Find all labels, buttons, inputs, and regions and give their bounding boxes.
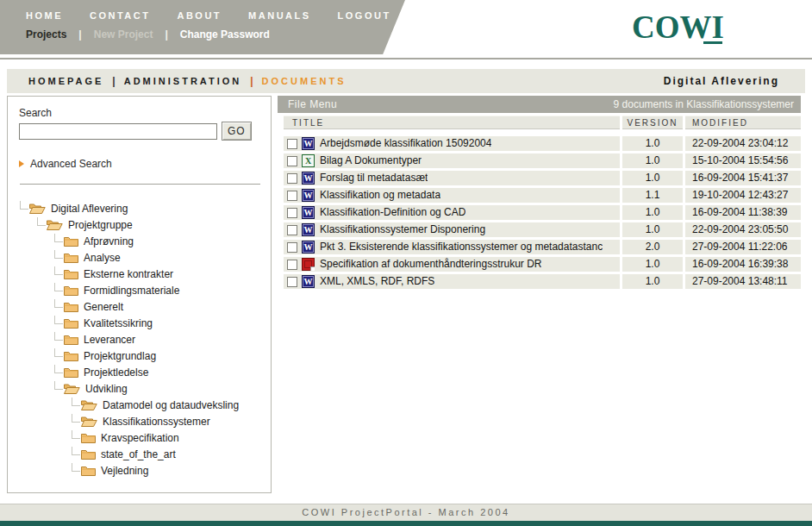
doc-title-link[interactable]: Klassifikation-Definition og CAD — [320, 205, 465, 220]
folder-closed-icon — [80, 432, 96, 443]
doc-checkbox[interactable] — [287, 260, 297, 270]
tree-item[interactable]: Digital Aflevering — [19, 200, 271, 216]
doc-modified: 19-10-2004 12:43:27 — [685, 188, 801, 203]
tree-connector — [72, 430, 80, 439]
table-row: WPkt 3. Eksisterende klassifikationssyst… — [284, 240, 805, 254]
tree-item[interactable]: Udvikling — [19, 380, 271, 397]
table-row: WKlassifikation-Definition og CAD1.016-0… — [284, 205, 805, 220]
tree-item[interactable]: Vejledning — [19, 462, 271, 479]
doc-checkbox[interactable] — [287, 173, 297, 184]
primary-nav-link-contact[interactable]: CONTACT — [90, 10, 150, 21]
doc-title-link[interactable]: Klassifikation og metadata — [320, 188, 440, 203]
folder-open-icon — [28, 203, 46, 214]
tree-item[interactable]: Projektgruppe — [19, 216, 271, 233]
table-row: Specifikation af dokumenthåndteringsstru… — [284, 257, 805, 272]
doc-title-link[interactable]: Specifikation af dokumenthåndteringsstru… — [320, 257, 541, 272]
folder-open-icon — [80, 416, 97, 427]
word-doc-icon: W — [302, 206, 315, 219]
folder-closed-icon — [80, 448, 96, 460]
project-nav-link-change-password[interactable]: Change Password — [180, 28, 270, 41]
file-menu-button[interactable]: File Menu — [288, 98, 337, 110]
nav-separator: | — [112, 75, 115, 87]
footer-stripe — [0, 521, 812, 526]
doc-checkbox[interactable] — [287, 242, 297, 253]
tree-item-label: Kvalitetssikring — [84, 317, 153, 329]
doc-title-cell: WArbejdsmøde klassifikation 15092004 — [284, 136, 620, 151]
tree-item[interactable]: Formidlingsmateriale — [19, 282, 271, 298]
page: HOMECONTACTABOUTMANUALSLOGOUT Projects|N… — [0, 0, 812, 526]
tree-item[interactable]: Kravspecifikation — [19, 429, 271, 446]
doc-checkbox[interactable] — [287, 225, 297, 235]
doc-checkbox[interactable] — [287, 191, 297, 201]
document-count-status: 9 documents in Klassifikationssystemer — [614, 98, 794, 110]
section-nav-link-administration[interactable]: ADMINISTRATION — [124, 76, 242, 86]
doc-title-link[interactable]: XML, XMLS, RDF, RDFS — [320, 274, 434, 289]
table-row: WKlassifikationssystemer Disponering1.02… — [284, 222, 805, 237]
tree-item[interactable]: Kvalitetssikring — [19, 315, 271, 331]
tree-item[interactable]: Afprøvning — [19, 233, 271, 249]
folder-closed-icon — [63, 317, 78, 329]
doc-version: 2.0 — [622, 240, 683, 254]
search-row: GO — [19, 122, 271, 141]
doc-checkbox[interactable] — [287, 139, 297, 149]
tree-item[interactable]: Klassifikationssystemer — [19, 413, 271, 429]
doc-modified: 22-09-2004 23:05:50 — [685, 222, 801, 237]
tree-item[interactable]: Datamodel og dataudveksling — [19, 397, 271, 413]
tree-item[interactable]: Eksterne kontrakter — [19, 266, 271, 282]
doc-checkbox[interactable] — [287, 277, 297, 287]
table-row: WKlassifikation og metadata1.119-10-2004… — [284, 188, 805, 203]
tree-connector — [54, 266, 63, 275]
content: HOMEPAGE|ADMINISTRATION|DOCUMENTS Digita… — [7, 69, 805, 493]
advanced-search-label: Advanced Search — [30, 158, 112, 170]
word-doc-icon: W — [302, 189, 315, 202]
project-nav-link-projects[interactable]: Projects — [26, 28, 66, 41]
tree-item-label: Generelt — [84, 301, 123, 313]
primary-nav-link-logout[interactable]: LOGOUT — [338, 10, 391, 21]
doc-title-link[interactable]: Pkt 3. Eksisterende klassifikationssyste… — [320, 240, 603, 254]
primary-nav-link-manuals[interactable]: MANUALS — [248, 10, 311, 21]
primary-nav-link-home[interactable]: HOME — [26, 10, 63, 21]
column-header-title[interactable]: TITLE — [284, 116, 620, 129]
doc-checkbox[interactable] — [287, 208, 297, 218]
primary-nav-link-about[interactable]: ABOUT — [177, 10, 222, 21]
folder-closed-icon — [63, 235, 78, 247]
section-nav-link-homepage[interactable]: HOMEPAGE — [28, 76, 103, 86]
tree-item[interactable]: Projektledelse — [19, 364, 271, 380]
column-header-version[interactable]: VERSION — [622, 116, 683, 129]
tree-item[interactable]: Projektgrundlag — [19, 348, 271, 364]
tree-item-label: Leverancer — [84, 334, 135, 346]
doc-title-cell: WXML, XMLS, RDF, RDFS — [284, 274, 620, 289]
doc-title-link[interactable]: Klassifikationssystemer Disponering — [320, 222, 485, 237]
doc-title-cell: XBilag A Dokumentyper — [284, 153, 620, 168]
table-row: WXML, XMLS, RDF, RDFS1.027-09-2004 13:48… — [284, 274, 805, 289]
section-nav-link-documents[interactable]: DOCUMENTS — [262, 76, 347, 86]
go-button[interactable]: GO — [222, 122, 252, 141]
tree-item[interactable]: Leverancer — [19, 331, 271, 348]
footer: COWI ProjectPortal - March 2004 — [0, 504, 812, 526]
doc-modified: 22-09-2004 23:04:12 — [685, 136, 801, 151]
doc-checkbox[interactable] — [287, 156, 297, 166]
file-menu-bar: File Menu 9 documents in Klassifikations… — [278, 96, 801, 113]
column-header-modified[interactable]: MODIFIED — [685, 116, 801, 129]
folder-closed-icon — [63, 334, 78, 345]
advanced-search-link[interactable]: Advanced Search — [19, 158, 271, 170]
tree-item[interactable]: Generelt — [19, 298, 271, 315]
doc-version: 1.0 — [622, 153, 683, 168]
doc-title-cell: WKlassifikation og metadata — [284, 188, 620, 203]
tree-item[interactable]: state_of_the_art — [19, 446, 271, 462]
doc-title-link[interactable]: Forslag til metadatasæt — [320, 171, 428, 185]
folder-closed-icon — [63, 252, 78, 263]
tree-item[interactable]: Analyse — [19, 249, 271, 266]
header-divider — [0, 58, 812, 59]
project-nav-link-new-project[interactable]: New Project — [94, 28, 153, 41]
folder-closed-icon — [63, 285, 78, 296]
doc-title-link[interactable]: Bilag A Dokumentyper — [320, 153, 422, 168]
tree-connector — [54, 283, 63, 291]
word-doc-icon: W — [302, 172, 315, 185]
doc-title-link[interactable]: Arbejdsmøde klassifikation 15092004 — [320, 136, 491, 151]
nav-separator: | — [250, 75, 253, 87]
page-title: Digital Aflevering — [664, 75, 779, 87]
word-doc-icon: W — [302, 137, 315, 150]
search-input[interactable] — [19, 123, 217, 140]
folder-closed-icon — [63, 268, 78, 279]
